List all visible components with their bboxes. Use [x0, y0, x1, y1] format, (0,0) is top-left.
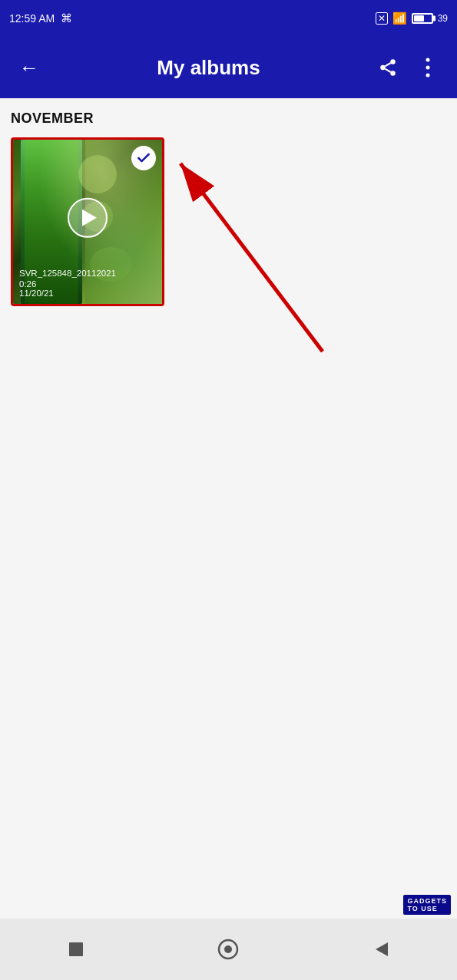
recents-button[interactable] — [53, 926, 99, 972]
svg-point-6 — [426, 66, 430, 70]
selected-checkmark — [131, 146, 156, 170]
annotation-arrow — [154, 144, 330, 359]
battery-icon — [412, 13, 433, 24]
back-button[interactable]: ← — [12, 51, 46, 84]
svg-point-1 — [380, 65, 386, 71]
main-content: NOVEMBER SVR_125848_20112021 0:26 11/20/… — [0, 98, 457, 919]
wifi-icon: 📶 — [392, 12, 407, 25]
page-title: My albums — [58, 56, 359, 80]
status-bar: 12:59 AM ⌘ ✕ 📶 39 — [0, 0, 457, 37]
more-options-button[interactable] — [411, 51, 445, 84]
svg-line-4 — [385, 63, 390, 66]
nav-bar — [0, 919, 457, 980]
share-button[interactable] — [371, 51, 405, 84]
svg-line-3 — [385, 69, 390, 72]
play-button[interactable] — [68, 198, 108, 238]
svg-line-9 — [180, 163, 323, 351]
video-thumbnail[interactable]: SVR_125848_20112021 0:26 11/20/21 — [11, 137, 164, 306]
battery-level: 39 — [438, 13, 448, 24]
app-bar-actions — [371, 51, 445, 84]
section-month-header: NOVEMBER — [11, 111, 446, 127]
app-bar: ← My albums — [0, 37, 457, 98]
svg-rect-10 — [69, 942, 83, 956]
play-icon — [82, 210, 97, 226]
status-left: 12:59 AM ⌘ — [9, 12, 72, 25]
svg-point-2 — [390, 71, 396, 76]
svg-point-7 — [426, 74, 430, 78]
video-info: SVR_125848_20112021 0:26 11/20/21 — [13, 263, 162, 304]
svg-point-5 — [426, 58, 430, 62]
x-icon: ✕ — [376, 12, 388, 25]
status-right: ✕ 📶 39 — [376, 12, 448, 25]
home-button[interactable] — [205, 926, 251, 972]
video-filename: SVR_125848_20112021 — [19, 268, 156, 279]
svg-marker-13 — [376, 942, 388, 956]
watermark: GADGETS TO USE — [403, 895, 451, 915]
video-date: 11/20/21 — [19, 289, 156, 298]
svg-point-0 — [390, 59, 396, 64]
video-duration: 0:26 — [19, 279, 156, 289]
time-display: 12:59 AM — [9, 12, 55, 25]
hotspot-icon: ⌘ — [61, 12, 72, 25]
svg-point-12 — [224, 945, 232, 953]
back-nav-button[interactable] — [358, 926, 404, 972]
